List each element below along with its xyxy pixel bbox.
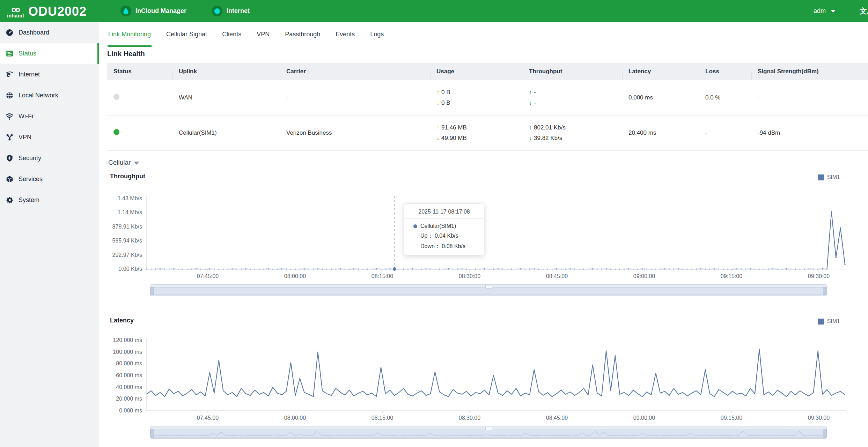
dashboard-icon (6, 29, 13, 36)
loss-cell: - (699, 129, 751, 136)
translate-icon[interactable]: 文A (860, 6, 868, 16)
tab-cellular-signal[interactable]: Cellular Signal (166, 22, 207, 47)
sidebar: Dashboard Status e Internet Local Networ… (0, 22, 99, 447)
signal-cell: -94 dBm (751, 129, 868, 136)
sidebar-item-system[interactable]: System (0, 189, 99, 210)
throughput-cell: ↑- ↓- (523, 87, 622, 108)
sidebar-item-wifi[interactable]: Wi-Fi (0, 106, 99, 127)
svg-text:08:00:00: 08:00:00 (284, 415, 306, 421)
svg-text:08:15:00: 08:15:00 (372, 273, 393, 279)
svg-text:20.000 ms: 20.000 ms (116, 396, 142, 402)
wifi-icon (6, 112, 13, 120)
page: { "colors": { "brand_green": "#1e9a3f", … (0, 0, 868, 447)
sidebar-label: Security (19, 155, 41, 162)
uplink-cell: Cellular(SIM1) (172, 129, 280, 136)
svg-text:40.000 ms: 40.000 ms (116, 384, 142, 390)
user-caret-icon (831, 10, 836, 13)
throughput-cell: ↑802.01 Kb/s ↓39.82 Kb/s (523, 122, 622, 143)
slider-left-handle[interactable] (150, 429, 154, 438)
chart-tooltip: 2025-11-17 08:17:08 Cellular(SIM1) Up： 0… (404, 203, 484, 255)
svg-text:0.00 Kb/s: 0.00 Kb/s (118, 266, 142, 272)
shield-plus-icon (6, 154, 13, 162)
main-content: Link Monitoring Cellular Signal Clients … (99, 22, 868, 447)
slider-right-handle[interactable] (823, 287, 826, 295)
legend-swatch (818, 319, 824, 325)
sidebar-item-dashboard[interactable]: Dashboard (0, 22, 99, 43)
sidebar-label: Local Network (19, 92, 58, 99)
legend-label: SIM1 (827, 174, 840, 180)
table-header: Status Uplink Carrier Usage Throughput L… (107, 63, 868, 80)
col-signal-strength: Signal Strength(dBm) (751, 68, 868, 75)
sidebar-label: Status (19, 50, 36, 57)
svg-text:08:30:00: 08:30:00 (459, 415, 480, 421)
sidebar-item-internet[interactable]: e Internet (0, 64, 99, 85)
latency-zoom-slider[interactable] (150, 426, 827, 439)
series-dot-icon (413, 224, 417, 228)
svg-text:60.000 ms: 60.000 ms (116, 372, 142, 378)
tooltip-time: 2025-11-17 08:17:08 (404, 208, 484, 218)
cellular-selector[interactable]: Cellular (108, 159, 139, 166)
latency-legend[interactable]: SIM1 (818, 318, 840, 325)
download-arrow-icon: ↓ (529, 100, 532, 106)
tab-events[interactable]: Events (336, 22, 355, 47)
latency-cell: 20.400 ms (622, 129, 699, 136)
chevron-down-icon (134, 162, 139, 165)
user-menu[interactable]: adm (814, 0, 836, 22)
tab-passthrough[interactable]: Passthrough (285, 22, 320, 47)
incloud-manager-label: InCloud Manager (135, 7, 186, 15)
svg-text:07:45:00: 07:45:00 (197, 415, 219, 421)
vpn-branch-icon (6, 133, 13, 141)
throughput-zoom-slider[interactable] (150, 284, 827, 296)
col-carrier: Carrier (280, 68, 430, 75)
status-icon (6, 50, 13, 57)
tab-vpn[interactable]: VPN (257, 22, 270, 47)
cube-icon (6, 175, 13, 183)
svg-text:08:15:00: 08:15:00 (372, 415, 393, 421)
col-status: Status (107, 68, 172, 75)
svg-text:09:30:00: 09:30:00 (808, 273, 830, 279)
sidebar-item-services[interactable]: Services (0, 169, 99, 189)
link-health-table: Status Uplink Carrier Usage Throughput L… (107, 63, 868, 151)
table-row-cellular: Cellular(SIM1) Verizon Business ↑91.46 M… (107, 116, 868, 151)
slider-grip[interactable] (485, 427, 492, 430)
sidebar-item-local-network[interactable]: Local Network (0, 85, 99, 106)
upload-arrow-icon: ↑ (436, 89, 439, 95)
sidebar-item-security[interactable]: Security (0, 148, 99, 169)
brand-name: inhand (7, 14, 24, 18)
username[interactable]: adm (814, 7, 826, 15)
svg-text:878.91 Kb/s: 878.91 Kb/s (112, 224, 142, 230)
svg-text:08:30:00: 08:30:00 (459, 273, 480, 279)
tab-logs[interactable]: Logs (370, 22, 384, 47)
table-row-wan: WAN - ↑0 B ↓0 B ↑- ↓- 0.000 ms 0.0 % - (107, 80, 868, 116)
link-health-title: Link Health (107, 50, 145, 58)
loss-cell: 0.0 % (699, 94, 751, 101)
signal-cell: - (751, 94, 868, 101)
internet-badge: Internet (212, 6, 250, 16)
latency-chart[interactable]: 120.000 ms100.000 ms80.000 ms60.000 ms40… (99, 330, 868, 431)
throughput-legend[interactable]: SIM1 (818, 174, 840, 180)
svg-text:120.000 ms: 120.000 ms (113, 337, 142, 343)
slider-right-handle[interactable] (823, 429, 826, 438)
tooltip-series: Cellular(SIM1) (420, 223, 456, 229)
slider-grip[interactable] (485, 285, 492, 289)
gear-icon (6, 196, 13, 204)
svg-text:292.97 Kb/s: 292.97 Kb/s (112, 252, 142, 258)
upload-arrow-icon: ↑ (436, 125, 439, 131)
internet-label: Internet (227, 7, 250, 15)
sidebar-label: Services (19, 176, 43, 183)
sidebar-label: Dashboard (19, 29, 49, 36)
internet-e-icon: e (6, 70, 13, 78)
svg-text:09:00:00: 09:00:00 (633, 273, 655, 279)
cellular-selector-label: Cellular (108, 159, 131, 166)
tab-link-monitoring[interactable]: Link Monitoring (108, 22, 151, 47)
upload-arrow-icon: ↑ (529, 125, 532, 131)
tab-clients[interactable]: Clients (222, 22, 241, 47)
svg-text:09:15:00: 09:15:00 (721, 415, 742, 421)
sidebar-item-status[interactable]: Status (0, 43, 99, 64)
svg-text:09:30:00: 09:30:00 (808, 415, 830, 421)
col-latency: Latency (622, 68, 699, 75)
col-loss: Loss (699, 68, 751, 75)
slider-left-handle[interactable] (150, 287, 154, 295)
sidebar-item-vpn[interactable]: VPN (0, 127, 99, 148)
language-switch[interactable]: 文A (860, 0, 868, 22)
